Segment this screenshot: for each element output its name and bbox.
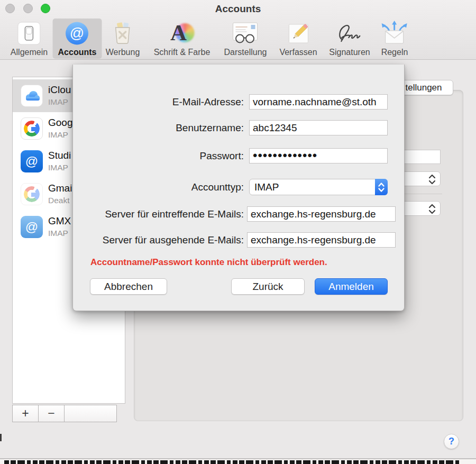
- text-field[interactable]: vorname.nachname@st.oth: [249, 94, 388, 110]
- toolbar-item-signaturen[interactable]: Signaturen: [324, 19, 375, 59]
- submit-button[interactable]: Anmelden: [315, 278, 388, 295]
- account-protocol: IMAP: [48, 162, 71, 173]
- input-value: exchange.hs-regensburg.de: [251, 208, 376, 220]
- sheet-row: E-Mail-Adresse:vorname.nachname@st.oth: [73, 94, 388, 110]
- at-circle-icon: @: [65, 20, 89, 47]
- add-account-sheet: E-Mail-Adresse:vorname.nachname@st.othBe…: [72, 65, 405, 311]
- error-message: Accountname/Passwort konnte nicht überpr…: [90, 257, 327, 268]
- toolbar-item-label: Darstellung: [224, 48, 267, 57]
- sheet-row: Benutzername:abc12345: [73, 120, 388, 135]
- at-lightblue-icon: @: [21, 216, 43, 238]
- toolbar-item-darstellung[interactable]: Darstellung: [219, 19, 272, 59]
- text-field[interactable]: •••••••••••••: [249, 148, 388, 163]
- input-value: abc12345: [253, 122, 297, 134]
- remove-account-button[interactable]: −: [38, 405, 65, 422]
- text-field[interactable]: abc12345: [249, 120, 388, 135]
- account-protocol: IMAP: [48, 228, 71, 239]
- cancel-button[interactable]: Abbrechen: [90, 278, 167, 295]
- segmented-spacer: [64, 405, 117, 422]
- sheet-row: Accounttyp:IMAP: [73, 179, 388, 195]
- back-button[interactable]: Zurück: [231, 278, 305, 295]
- list-segmented-control: + −: [12, 405, 117, 422]
- signature-icon: [334, 20, 365, 47]
- stepper-icon: [427, 174, 437, 187]
- trash-icon: [111, 20, 135, 47]
- google-faded-icon: [21, 183, 43, 205]
- svg-text:@: @: [70, 25, 84, 41]
- account-name: GMX: [48, 214, 71, 228]
- screen-edge-artifact: [0, 434, 2, 441]
- toolbar-item-regeln[interactable]: Regeln: [376, 19, 414, 59]
- toolbar-item-verfassen[interactable]: Verfassen: [274, 19, 322, 59]
- sheet-row: Server für ausgehende E-Mails:exchange.h…: [73, 232, 396, 248]
- stepper-icon: [375, 179, 388, 195]
- toolbar-item-accounts[interactable]: @Accounts: [53, 19, 102, 59]
- toolbar-item-label: Accounts: [58, 48, 97, 57]
- stepper-icon: [427, 203, 437, 217]
- sheet-row: Server für eintreffende E-Mails:exchange…: [73, 206, 396, 222]
- icloud-icon: [21, 85, 43, 107]
- toolbar-item-werbung[interactable]: Werbung: [100, 19, 145, 59]
- field-label: Server für ausgehende E-Mails:: [73, 234, 247, 246]
- field-label: Accounttyp:: [73, 181, 249, 193]
- titlebar-toolbar: Accounts Allgemein@AccountsWerbungASchri…: [0, 0, 476, 60]
- text-field[interactable]: exchange.hs-regensburg.de: [247, 206, 396, 222]
- font-color-icon: A: [169, 20, 195, 47]
- toolbar-item-label: Schrift & Farbe: [154, 48, 210, 57]
- window-title: Accounts: [0, 3, 476, 15]
- field-label: Benutzername:: [73, 122, 249, 134]
- account-protocol: Deakt: [48, 195, 72, 206]
- toolbar-item-label: Signaturen: [329, 48, 370, 57]
- sheet-row: Passwort:•••••••••••••: [73, 148, 388, 163]
- toolbar-item-label: Werbung: [106, 48, 140, 57]
- text-field[interactable]: exchange.hs-regensburg.de: [247, 232, 396, 248]
- clipped-glyphs: [4, 460, 459, 464]
- account-name: Gmai: [48, 181, 72, 195]
- help-button[interactable]: ?: [444, 434, 459, 449]
- toolbar-item-allgemein[interactable]: Allgemein: [5, 19, 53, 59]
- envelope-arrows-icon: [381, 20, 408, 47]
- account-name: Studi: [48, 149, 71, 162]
- input-value: vorname.nachname@st.oth: [253, 96, 377, 108]
- toggle-icon: [17, 20, 41, 47]
- toolbar-item-schrift-farbe[interactable]: ASchrift & Farbe: [149, 19, 216, 59]
- account-type-popup[interactable]: IMAP: [249, 179, 388, 195]
- at-blue-icon: @: [21, 150, 43, 172]
- add-account-button[interactable]: +: [12, 405, 39, 422]
- field-label: Server für eintreffende E-Mails:: [73, 208, 247, 220]
- field-label: Passwort:: [73, 150, 249, 162]
- mail-preferences-window: Accounts Allgemein@AccountsWerbungASchri…: [0, 0, 476, 464]
- toolbar-item-label: Allgemein: [11, 48, 48, 57]
- account-name: Goog: [48, 116, 72, 130]
- input-value: exchange.hs-regensburg.de: [251, 234, 376, 246]
- password-value: •••••••••••••: [253, 148, 317, 163]
- account-name: iClou: [48, 83, 71, 97]
- popup-value: IMAP: [254, 181, 279, 193]
- account-protocol: IMAP: [48, 97, 71, 107]
- pencil-icon: [287, 20, 310, 47]
- clipped-background-text: [0, 459, 476, 464]
- toolbar-item-label: Verfassen: [279, 48, 317, 57]
- google-icon: [21, 117, 43, 140]
- account-protocol: IMAP: [48, 130, 72, 140]
- field-label: E-Mail-Adresse:: [73, 96, 249, 108]
- envelope-glasses-icon: [232, 20, 259, 47]
- toolbar-item-label: Regeln: [381, 48, 408, 57]
